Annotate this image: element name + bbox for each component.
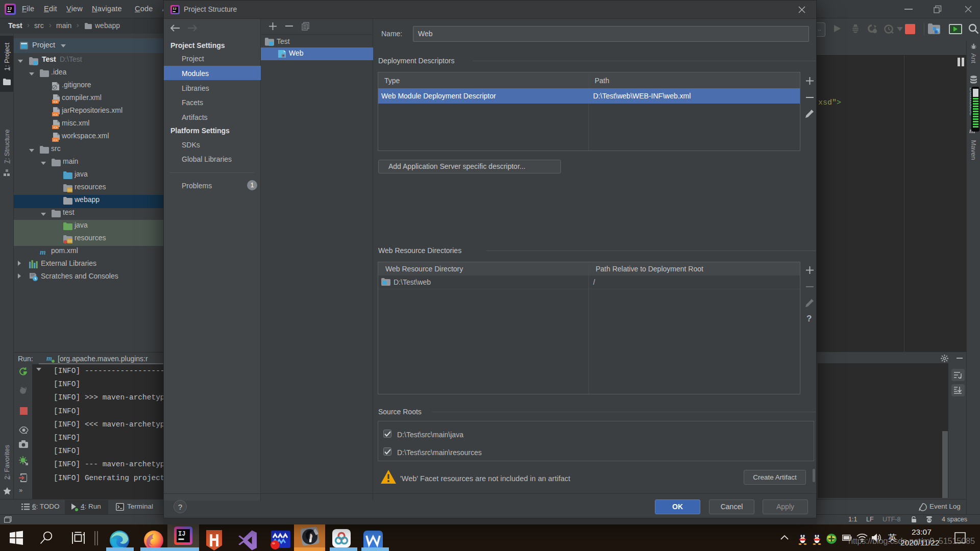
svg-text:<>: <> — [53, 113, 57, 117]
svg-text:IJ: IJ — [173, 7, 177, 11]
svg-text:<>: <> — [53, 138, 57, 142]
svg-text:<>: <> — [53, 100, 57, 104]
svg-text:<>: <> — [53, 126, 57, 130]
svg-text:IJ: IJ — [178, 531, 185, 538]
svg-text:IJ: IJ — [8, 7, 12, 11]
svg-text:m: m — [46, 355, 52, 362]
svg-text:m: m — [40, 248, 46, 256]
